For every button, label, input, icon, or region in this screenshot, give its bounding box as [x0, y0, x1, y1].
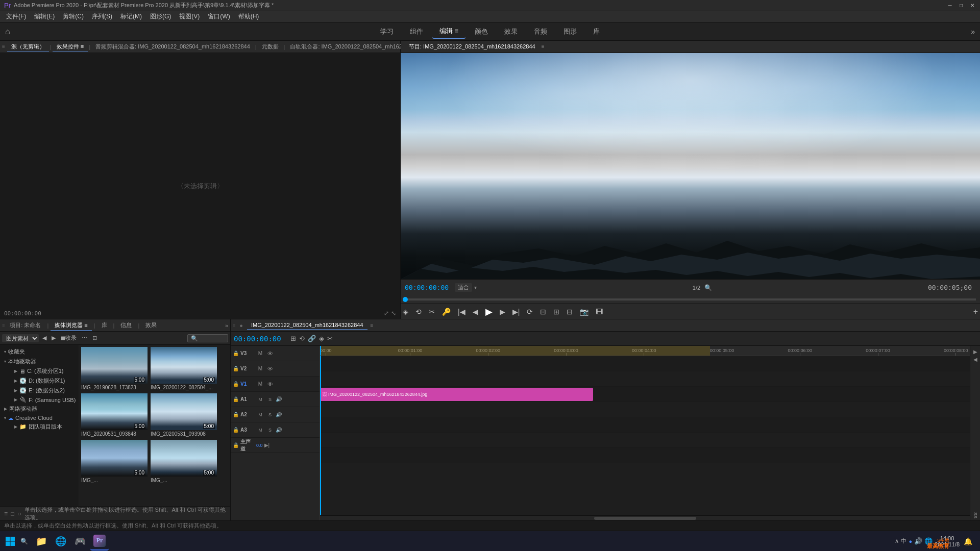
source-expand-btn-1[interactable]: ⤢ — [384, 310, 389, 317]
menu-clip[interactable]: 剪辑(C) — [59, 11, 88, 22]
timeline-ruler[interactable]: 00:00 00:00:01:00 00:00:02:00 00:00:03:0… — [320, 346, 970, 356]
tree-network[interactable]: ▶ 网络驱动器 — [0, 404, 79, 414]
transport-loop-btn[interactable]: ⟳ — [525, 307, 535, 317]
taskbar-app-unknown[interactable]: 🎮 — [71, 532, 89, 550]
program-tab[interactable]: 节目: IMG_20200122_082504_mh1621843262844 — [405, 42, 540, 52]
source-tab-source[interactable]: 源（无剪辑） — [7, 42, 49, 52]
menu-help[interactable]: 帮助(H) — [234, 11, 263, 22]
program-fit-dropdown[interactable]: 适合 — [455, 283, 472, 292]
toolbar-back[interactable]: ◀ — [41, 334, 48, 342]
taskbar-notification-button[interactable]: 🔔 — [962, 535, 974, 547]
track-master-end-btn[interactable]: ▶| — [264, 442, 270, 448]
tree-local-drives[interactable]: ▾ 本地驱动器 — [0, 357, 79, 366]
thumbnail-3[interactable]: 5:00 IMG_20200531_093848 — [81, 393, 148, 437]
taskbar-ime[interactable]: 中 — [901, 537, 906, 545]
track-v1-eye[interactable]: 👁 — [266, 381, 274, 387]
taskbar-app-ie[interactable]: 🌐 — [52, 532, 70, 550]
transport-add-button[interactable]: + — [973, 307, 978, 316]
track-a2-lock[interactable]: 🔒 — [233, 412, 239, 417]
tab-edit[interactable]: 编辑 ≡ — [432, 24, 465, 39]
transport-step-fwd[interactable]: ▶ — [498, 307, 507, 317]
toolbar-fwd[interactable]: ▶ — [50, 334, 57, 342]
thumbnail-6[interactable]: 5:00 IMG_... — [151, 440, 217, 483]
toolbar-settings[interactable]: ⋯ — [80, 334, 89, 342]
project-tab-info[interactable]: 信息 — [116, 320, 136, 330]
toolbar-filter[interactable]: ⊡ — [91, 334, 99, 342]
tab-graphics[interactable]: 图形 — [556, 25, 584, 38]
transport-overwrite-btn[interactable]: ⊟ — [565, 307, 575, 317]
windows-start-button[interactable] — [2, 533, 18, 549]
transport-marker-btn[interactable]: ◈ — [401, 307, 410, 317]
transport-key-btn[interactable]: 🔑 — [440, 307, 453, 317]
transport-safe-btn[interactable]: ⊡ — [538, 307, 548, 317]
source-tab-effects[interactable]: 效果控件 ≡ — [53, 42, 88, 52]
transport-go-next[interactable]: ▶| — [510, 307, 522, 317]
transport-ripple-btn[interactable]: ⟲ — [413, 307, 424, 317]
taskbar-app-explorer[interactable]: 📁 — [32, 532, 51, 550]
track-master-lock[interactable]: 🔒 — [233, 442, 239, 448]
tab-library[interactable]: 库 — [586, 25, 607, 38]
project-search-input[interactable] — [187, 334, 228, 342]
transport-play-button[interactable]: ▶ — [483, 305, 495, 318]
source-tab-audio-mixer[interactable]: 音频剪辑混合器: IMG_20200122_082504_mh162184326… — [91, 42, 254, 52]
menu-file[interactable]: 文件(F) — [2, 11, 30, 22]
transport-export-btn[interactable]: 📷 — [578, 307, 591, 317]
track-a3-mute[interactable]: M — [256, 428, 264, 433]
tree-favorites[interactable]: ▾ 收藏夹 — [0, 347, 79, 357]
project-folder-select[interactable]: 图片素材 — [2, 334, 39, 342]
transport-step-back[interactable]: ◀ — [471, 307, 480, 317]
track-v2-lock[interactable]: 🔒 — [233, 366, 239, 371]
source-tab-metadata[interactable]: 元数据 — [258, 42, 283, 52]
menu-view[interactable]: 视图(V) — [175, 11, 204, 22]
track-v1-lock[interactable]: 🔒 — [233, 381, 239, 387]
tab-effects[interactable]: 效果 — [497, 25, 525, 38]
thumbnail-4[interactable]: 5:00 IMG_20200531_093908 — [151, 393, 217, 437]
track-v1-enable[interactable]: M — [256, 381, 264, 387]
tab-components[interactable]: 组件 — [403, 25, 430, 38]
taskbar-app-premiere[interactable]: Pr — [90, 532, 109, 550]
menu-graphics[interactable]: 图形(G) — [146, 11, 175, 22]
transport-razor-btn[interactable]: ✂ — [427, 307, 437, 317]
track-v2-eye[interactable]: 👁 — [266, 366, 274, 372]
thumbnail-5[interactable]: 5:00 IMG_... — [81, 440, 148, 483]
timeline-seq-tab[interactable]: IMG_20200122_082504_mh1621843262844 — [247, 321, 368, 330]
track-v2-enable[interactable]: M — [256, 366, 264, 371]
menu-edit[interactable]: 编辑(E) — [30, 11, 59, 22]
source-expand-btn-2[interactable]: ⤡ — [391, 310, 396, 317]
track-a1-mute[interactable]: M — [256, 397, 264, 402]
tab-color[interactable]: 颜色 — [468, 25, 495, 38]
transport-go-prev[interactable]: |◀ — [456, 307, 468, 317]
tree-drive-c[interactable]: ▶ 🖥 C: (系统分区1) — [0, 366, 79, 376]
mini-btn-1[interactable]: ▶ — [972, 348, 978, 356]
timeline-scroll-thumb[interactable] — [594, 517, 696, 520]
more-nav-button[interactable]: » — [971, 28, 975, 36]
tab-audio[interactable]: 音频 — [527, 25, 554, 38]
track-a1-solo[interactable]: S — [266, 397, 274, 402]
timeline-clip-img[interactable]: 🖼 IMG_20200122_082504_mh1621843262844.jp… — [320, 388, 593, 401]
taskbar-search[interactable]: 🔍 — [20, 538, 28, 545]
tab-learn[interactable]: 学习 — [373, 25, 401, 38]
tl-tool-razor[interactable]: ✂ — [327, 335, 333, 342]
track-v3-enable[interactable]: M — [256, 350, 264, 356]
tl-tool-ripple[interactable]: ⟲ — [299, 335, 305, 342]
taskbar-volume-icon[interactable]: 🔊 — [914, 537, 922, 545]
project-tab-media[interactable]: 媒体浏览器 ≡ — [51, 320, 91, 331]
tl-tool-markers[interactable]: ◈ — [319, 335, 324, 342]
minimize-button[interactable]: ─ — [946, 2, 953, 9]
tree-creative-cloud[interactable]: ▾ ☁ Creative Cloud — [0, 414, 79, 422]
project-tab-library[interactable]: 库 — [97, 320, 111, 330]
program-scrubber[interactable] — [401, 295, 980, 304]
tree-team-projects[interactable]: ▶ 📁 团队项目版本 — [0, 422, 79, 432]
project-tab-effects[interactable]: 效果 — [141, 320, 161, 330]
thumbnail-1[interactable]: 5:00 IMG_20190628_173823 — [81, 347, 148, 390]
thumbnail-2[interactable]: 5:00 IMG_20200122_082504_... — [151, 347, 217, 390]
menu-marker[interactable]: 标记(M) — [116, 11, 146, 22]
track-a3-lock[interactable]: 🔒 — [233, 427, 239, 433]
view-list-icon[interactable]: ≡ — [4, 510, 8, 517]
tree-drive-e[interactable]: ▶ 💽 E: (数据分区2) — [0, 386, 79, 395]
track-a2-solo[interactable]: S — [266, 412, 274, 417]
tree-drive-f[interactable]: ▶ 🔌 F: (Samsung USB) — [0, 395, 79, 404]
close-button[interactable]: ✕ — [969, 2, 976, 9]
maximize-button[interactable]: □ — [958, 2, 965, 9]
mini-btn-2[interactable]: ◀ — [972, 356, 978, 363]
